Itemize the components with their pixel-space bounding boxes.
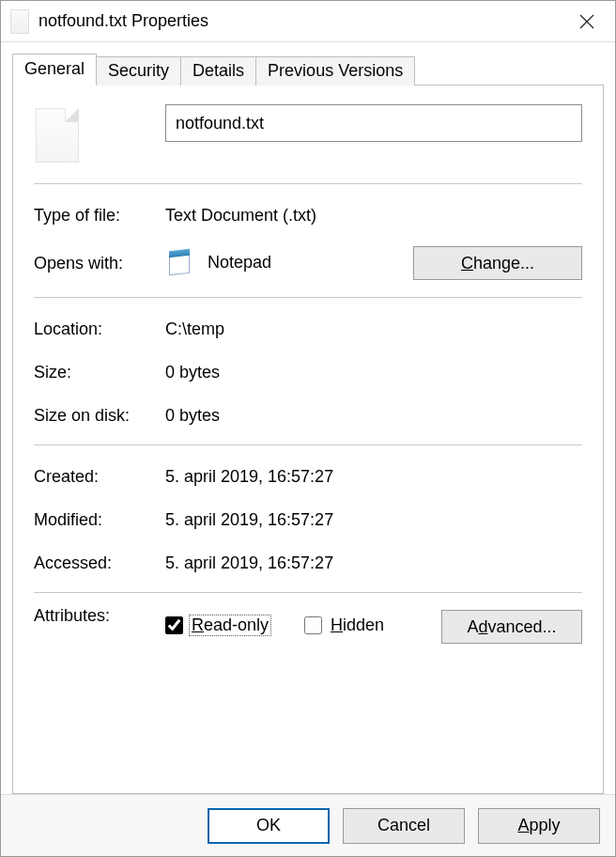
created-row: Created: 5. april 2019, 16:57:27 [34, 455, 582, 498]
window-title: notfound.txt Properties [38, 11, 566, 31]
tab-general[interactable]: General [12, 54, 97, 85]
size-on-disk-value: 0 bytes [165, 406, 582, 426]
tab-details[interactable]: Details [180, 56, 256, 86]
hidden-checkbox[interactable]: Hidden [304, 615, 387, 636]
type-row: Type of file: Text Document (.txt) [34, 194, 582, 237]
close-button[interactable] [566, 8, 608, 36]
general-panel: Type of file: Text Document (.txt) Opens… [12, 85, 604, 794]
hidden-checkbox-input[interactable] [304, 616, 322, 634]
modified-label: Modified: [34, 510, 165, 530]
location-value: C:\temp [165, 319, 582, 339]
size-value: 0 bytes [165, 363, 582, 382]
content-area: General Security Details Previous Versio… [1, 42, 615, 794]
opens-with-label: Opens with: [34, 254, 165, 273]
filename-row [34, 104, 582, 176]
filename-input[interactable] [165, 104, 582, 142]
tabs-strip: General Security Details Previous Versio… [12, 52, 604, 85]
separator [34, 444, 582, 445]
accessed-row: Accessed: 5. april 2019, 16:57:27 [34, 541, 582, 584]
opens-with-value: Notepad [165, 249, 413, 277]
dialog-footer: OK Cancel Apply [1, 794, 615, 856]
tab-previous-versions[interactable]: Previous Versions [255, 56, 415, 86]
separator [34, 592, 582, 593]
change-button[interactable]: Change... [413, 246, 582, 280]
size-row: Size: 0 bytes [34, 351, 582, 394]
modified-row: Modified: 5. april 2019, 16:57:27 [34, 498, 582, 541]
attributes-label: Attributes: [34, 602, 165, 626]
advanced-button[interactable]: Advanced... [441, 610, 582, 644]
document-icon [36, 108, 79, 163]
attributes-row: Attributes: Read-only Hidden Advanced... [34, 602, 582, 651]
type-value: Text Document (.txt) [165, 206, 582, 226]
notepad-icon [165, 249, 193, 277]
file-icon [10, 9, 29, 34]
accessed-label: Accessed: [34, 553, 165, 573]
readonly-checkbox-input[interactable] [165, 616, 183, 634]
size-on-disk-row: Size on disk: 0 bytes [34, 394, 582, 437]
close-icon [579, 14, 594, 29]
created-value: 5. april 2019, 16:57:27 [165, 467, 582, 487]
attributes-value: Read-only Hidden [165, 615, 441, 639]
created-label: Created: [34, 467, 165, 487]
location-row: Location: C:\temp [34, 307, 582, 351]
readonly-checkbox[interactable]: Read-only [165, 615, 271, 636]
cancel-button[interactable]: Cancel [343, 808, 465, 844]
titlebar: notfound.txt Properties [1, 1, 615, 42]
type-label: Type of file: [34, 206, 165, 226]
location-label: Location: [34, 319, 165, 339]
modified-value: 5. april 2019, 16:57:27 [165, 510, 582, 530]
ok-button[interactable]: OK [208, 808, 330, 844]
separator [34, 183, 582, 184]
opens-with-row: Opens with: Notepad Change... [34, 237, 582, 289]
size-label: Size: [34, 363, 165, 382]
apply-button[interactable]: Apply [478, 808, 600, 844]
accessed-value: 5. april 2019, 16:57:27 [165, 553, 582, 573]
file-icon-cell [34, 104, 165, 163]
properties-dialog: notfound.txt Properties General Security… [0, 0, 616, 857]
opens-with-app: Notepad [208, 253, 271, 272]
separator [34, 297, 582, 298]
size-on-disk-label: Size on disk: [34, 406, 165, 426]
tab-security[interactable]: Security [96, 56, 181, 86]
